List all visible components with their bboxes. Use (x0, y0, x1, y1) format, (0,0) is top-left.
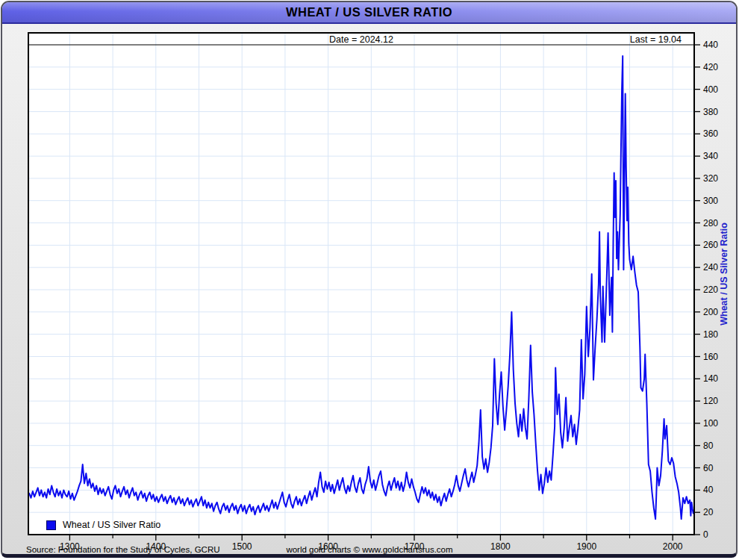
date-annotation: Date = 2024.12 (28, 34, 694, 45)
footer-credit: world gold charts © www.goldchartsrus.co… (0, 545, 739, 554)
legend-swatch-icon (46, 520, 56, 530)
chart-window-stage: WHEAT / US SILVER RATIO 0204060801001201… (0, 0, 739, 560)
y-axis-title: Wheat / US Silver Ratio (719, 223, 729, 326)
last-value-annotation: Last = 19.04 (630, 34, 682, 45)
app-window: WHEAT / US SILVER RATIO (1, 1, 738, 558)
legend: Wheat / US Silver Ratio (46, 520, 160, 530)
window-titlebar: WHEAT / US SILVER RATIO (2, 2, 736, 24)
legend-label: Wheat / US Silver Ratio (63, 520, 160, 530)
window-title: WHEAT / US SILVER RATIO (286, 5, 452, 19)
